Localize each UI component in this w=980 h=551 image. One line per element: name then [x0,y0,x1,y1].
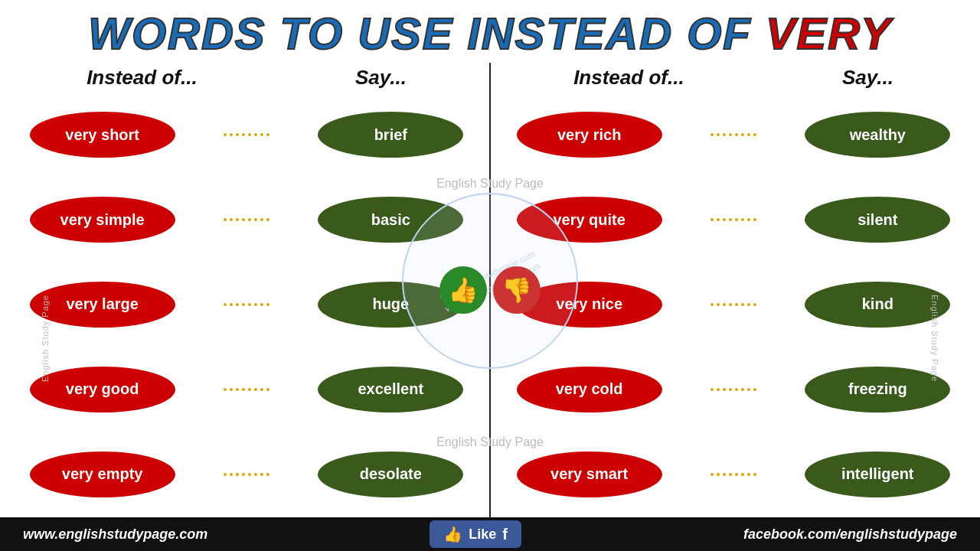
say-oval: kind [805,282,950,328]
list-item: very empty desolate [8,435,485,514]
title-red: VERY [766,8,892,58]
right-say-header: Say... [842,66,893,90]
dotted-line [710,218,756,221]
list-item: very nice kind [495,266,972,344]
instead-oval: very short [30,112,175,158]
left-col-headers: Instead of... Say... [8,63,485,96]
title-blue: WORDS TO USE INSTEAD OF [88,8,766,58]
list-item: very smart intelligent [495,435,972,514]
dotted-line [710,303,756,306]
list-item: very quite silent [495,181,972,259]
dotted-line [710,473,756,476]
instead-oval: very empty [30,452,175,497]
title-bar: WORDS TO USE INSTEAD OF VERY [0,0,980,63]
say-oval: freezing [805,367,950,412]
say-oval: basic [318,197,463,243]
say-oval: silent [805,197,950,243]
dotted-line [224,133,270,136]
dotted-line [224,218,270,221]
footer-facebook: facebook.com/englishstudypage [743,527,957,543]
say-oval: wealthy [805,112,950,158]
instead-oval: very quite [517,197,662,243]
like-label: Like [469,527,496,543]
thumbs-up-icon: 👍 [439,266,487,314]
list-item: very large huge [8,266,485,344]
instead-oval: very cold [517,367,662,412]
right-half: Instead of... Say... very rich wealthy v… [495,63,972,517]
say-oval: brief [318,112,463,158]
dotted-line [224,388,270,391]
list-item: very simple basic [8,181,485,259]
list-item: very good excellent [8,350,485,429]
right-instead-header: Instead of... [573,66,684,90]
list-item: very rich wealthy [495,96,972,174]
columns-area: English Study Page Instead of... Say... … [0,63,980,517]
instead-oval: very large [30,282,175,328]
instead-oval: very good [30,367,175,412]
thumbs-down-icon: 👎 [493,266,541,314]
left-half: Instead of... Say... very short brief ve… [8,63,485,517]
left-say-header: Say... [355,66,407,90]
center-icons: 👍 👎 [439,266,541,314]
left-rows: very short brief very simple basic very … [8,96,485,517]
list-item: very short brief [8,96,485,174]
say-oval: intelligent [805,452,950,497]
say-oval: excellent [318,367,463,412]
instead-oval: very simple [30,197,175,243]
say-oval: desolate [318,452,463,497]
footer-website: www.englishstudypage.com [23,527,207,543]
right-col-headers: Instead of... Say... [495,63,972,96]
footer: www.englishstudypage.com 👍 Like f facebo… [0,517,980,551]
facebook-icon: f [502,526,508,543]
dotted-line [224,303,270,306]
dotted-line [710,133,756,136]
like-button[interactable]: 👍 Like f [430,520,521,548]
side-watermark-left: English Study Page [41,295,50,382]
dotted-line [710,388,756,391]
right-rows: very rich wealthy very quite silent very… [495,96,972,517]
main-container: WORDS TO USE INSTEAD OF VERY English Stu… [0,0,980,551]
instead-oval: very rich [517,112,662,158]
left-instead-header: Instead of... [87,66,197,90]
instead-oval: very smart [517,452,662,497]
list-item: very cold freezing [495,350,972,429]
side-watermark-right: English Study Page [930,295,939,382]
thumbs-up-icon: 👍 [443,525,462,543]
page-title: WORDS TO USE INSTEAD OF VERY [88,8,892,58]
dotted-line [224,473,270,476]
